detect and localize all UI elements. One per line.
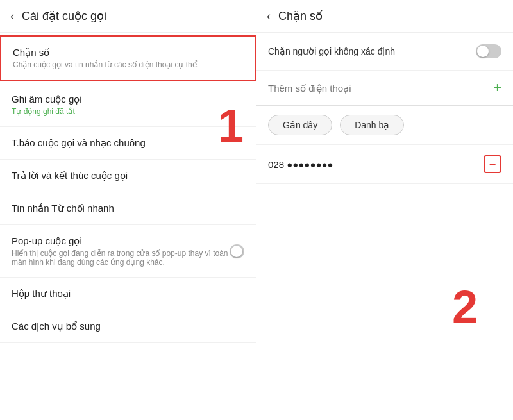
right-header: ‹ Chặn số xyxy=(256,0,513,33)
menu-item-notifications-title: T.báo cuộc gọi và nhạc chuông xyxy=(12,137,244,149)
block-unknown-row: Chặn người gọi không xác định xyxy=(256,33,513,71)
left-back-arrow[interactable]: ‹ xyxy=(10,10,14,23)
right-panel-title: Chặn số xyxy=(278,9,323,23)
add-phone-plus-icon[interactable]: + xyxy=(493,80,501,96)
menu-item-record-title: Ghi âm cuộc gọi xyxy=(12,94,244,105)
popup-toggle[interactable] xyxy=(230,244,244,258)
menu-item-answer-end[interactable]: Trả lời và kết thúc cuộc gọi xyxy=(0,160,256,192)
menu-item-reject-title: Tin nhắn Từ chối nhanh xyxy=(12,203,244,214)
filter-contacts-btn[interactable]: Danh bạ xyxy=(340,115,404,135)
menu-item-answer-title: Trả lời và kết thúc cuộc gọi xyxy=(12,170,244,181)
add-phone-row: + xyxy=(256,71,513,106)
popup-calls-row: Pop-up cuộc gọi Hiển thị cuộc gọi đang d… xyxy=(12,235,244,267)
menu-item-voicemail-title: Hộp thư thoại xyxy=(12,288,244,299)
block-unknown-toggle[interactable] xyxy=(476,44,501,58)
step-badge-1: 1 xyxy=(218,103,244,149)
right-panel: ‹ Chặn số Chặn người gọi không xác định … xyxy=(256,0,513,420)
step-badge-2: 2 xyxy=(452,284,478,330)
menu-item-block-numbers-title: Chặn số xyxy=(13,47,243,58)
blocked-number-text: 028 ●●●●●●●● xyxy=(268,159,333,170)
menu-item-voicemail[interactable]: Hộp thư thoại xyxy=(0,278,256,310)
blocked-number-row: 028 ●●●●●●●● − xyxy=(256,145,513,184)
add-phone-input[interactable] xyxy=(268,83,493,94)
menu-item-additional[interactable]: Các dịch vụ bổ sung xyxy=(0,310,256,343)
filter-row: Gần đây Danh bạ xyxy=(256,106,513,145)
menu-item-record-subtitle: Tự động ghi đã tắt xyxy=(12,107,244,116)
left-panel: ‹ Cài đặt cuộc gọi Chặn số Chặn cuộc gọi… xyxy=(0,0,256,420)
remove-number-button[interactable]: − xyxy=(484,155,501,173)
menu-item-block-numbers[interactable]: Chặn số Chặn cuộc gọi và tin nhắn từ các… xyxy=(0,35,256,81)
left-header: ‹ Cài đặt cuộc gọi xyxy=(0,0,256,33)
block-unknown-label: Chặn người gọi không xác định xyxy=(268,46,395,56)
right-back-arrow[interactable]: ‹ xyxy=(267,10,271,23)
filter-recent-btn[interactable]: Gần đây xyxy=(268,115,332,135)
menu-item-popup-subtitle: Hiển thị cuộc gọi đang diễn ra trong cửa… xyxy=(12,249,230,267)
menu-item-block-numbers-subtitle: Chặn cuộc gọi và tin nhắn từ các số điện… xyxy=(13,60,243,69)
menu-item-popup-title: Pop-up cuộc gọi xyxy=(12,235,230,247)
right-content: Chặn người gọi không xác định + Gần đây … xyxy=(256,33,513,420)
menu-item-reject-messages[interactable]: Tin nhắn Từ chối nhanh xyxy=(0,192,256,225)
left-panel-title: Cài đặt cuộc gọi xyxy=(22,9,106,23)
menu-item-popup-calls[interactable]: Pop-up cuộc gọi Hiển thị cuộc gọi đang d… xyxy=(0,225,256,278)
menu-item-additional-title: Các dịch vụ bổ sung xyxy=(12,321,244,332)
